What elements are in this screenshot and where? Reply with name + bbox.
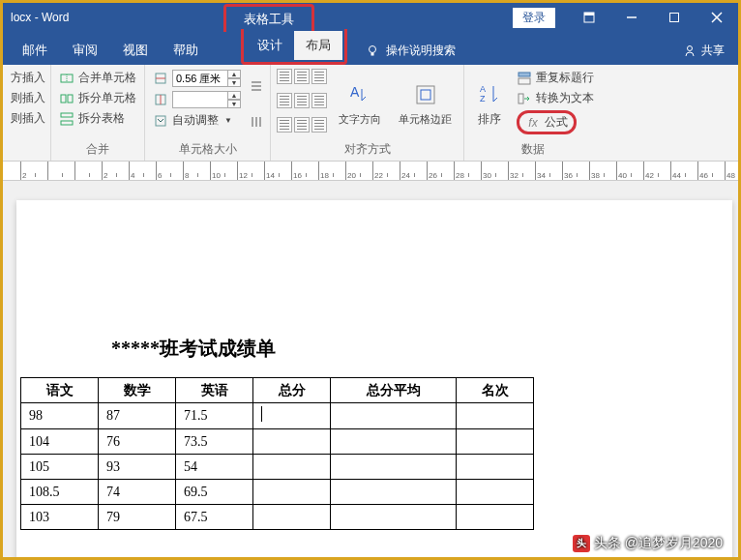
table-cell[interactable]: 104 [21,429,99,455]
table-cell[interactable] [253,403,331,429]
table-row[interactable]: 1059354 [21,455,534,480]
minimize-icon[interactable] [610,3,653,32]
repeat-header-button[interactable]: 重复标题行 [515,69,596,87]
align-bl[interactable] [277,117,292,133]
insert-above-button[interactable]: 方插入 [9,69,47,87]
table-header-cell[interactable]: 名次 [457,378,534,403]
table-cell[interactable]: 93 [99,455,176,480]
row-height-item[interactable]: ▲▼ [151,69,243,88]
table-cell[interactable]: 73.5 [176,429,253,455]
table-cell[interactable] [457,455,534,480]
score-table[interactable]: 语文数学英语总分总分平均名次 988771.51047673.510593541… [20,377,534,530]
spin-down[interactable]: ▼ [227,100,241,108]
share-button[interactable]: 共享 [668,37,738,65]
table-cell[interactable] [253,480,331,505]
tab-layout[interactable]: 布局 [294,31,342,60]
distribute-rows-button[interactable] [249,78,264,94]
page[interactable]: *****班考试成绩单 语文数学英语总分总分平均名次 988771.510476… [16,200,732,560]
table-header-cell[interactable]: 总分 [253,378,331,403]
spin-up[interactable]: ▲ [227,70,241,78]
align-tl[interactable] [277,69,292,84]
align-mc[interactable] [294,93,310,108]
auto-adjust-button[interactable]: 自动调整▼ [151,111,243,130]
table-cell[interactable] [331,403,457,429]
table-header-row[interactable]: 语文数学英语总分总分平均名次 [21,378,534,403]
text-direction-button[interactable]: A 文字方向 [333,69,387,139]
align-mr[interactable] [311,93,327,108]
table-cell[interactable]: 69.5 [176,480,253,505]
table-cell[interactable]: 105 [21,455,99,480]
table-cell[interactable] [457,403,534,429]
table-header-cell[interactable]: 总分平均 [331,378,457,403]
table-header-cell[interactable]: 英语 [176,378,253,403]
table-cell[interactable]: 67.5 [176,505,253,530]
table-row[interactable]: 1047673.5 [21,429,534,455]
table-row[interactable]: 108.57469.5 [21,480,534,505]
align-ml[interactable] [277,93,292,108]
maximize-icon[interactable] [653,3,696,32]
table-cell[interactable] [331,429,457,455]
distribute-cols-button[interactable] [249,114,264,130]
ruler-tick: 32 [508,162,535,181]
svg-rect-32 [519,78,530,84]
tell-me-search[interactable]: 操作说明搜索 [365,43,456,65]
ribbon-options-icon[interactable] [568,3,610,32]
table-row[interactable]: 1037967.5 [21,505,534,530]
table-cell[interactable]: 71.5 [176,403,253,429]
table-cell[interactable] [253,455,331,480]
table-row[interactable]: 988771.5 [21,403,534,429]
align-bc[interactable] [294,117,310,133]
row-height-input[interactable] [172,70,228,87]
ruler-tick: 38 [589,162,616,181]
tab-mail[interactable]: 邮件 [11,36,59,65]
table-cell[interactable] [457,429,534,455]
col-width-spinner[interactable]: ▲▼ [172,91,241,108]
insert-below-button[interactable]: 则插入 [9,89,47,107]
table-cell[interactable]: 54 [176,455,253,480]
spin-down[interactable]: ▼ [227,78,241,87]
login-button[interactable]: 登录 [512,7,556,29]
table-header-cell[interactable]: 语文 [21,378,99,403]
formula-button[interactable]: fx 公式 [515,109,596,135]
col-width-input[interactable] [172,91,228,108]
col-width-item[interactable]: ▲▼ [151,90,243,109]
horizontal-ruler[interactable]: 2246810121416182022242628303234363840424… [3,162,738,181]
document-title[interactable]: *****班考试成绩单 [16,336,732,362]
table-cell[interactable]: 79 [99,505,176,530]
table-cell[interactable] [457,505,534,530]
svg-text:A: A [480,84,486,94]
table-cell[interactable]: 108.5 [21,480,99,505]
tab-help[interactable]: 帮助 [162,36,210,65]
table-body[interactable]: 988771.51047673.51059354108.57469.510379… [21,403,534,530]
tab-view[interactable]: 视图 [111,36,160,65]
table-cell[interactable] [457,480,534,505]
align-tr[interactable] [311,69,327,84]
insert-left-button[interactable]: 则插入 [9,109,47,128]
table-cell[interactable]: 74 [99,480,176,505]
table-cell[interactable] [253,429,331,455]
tab-review[interactable]: 审阅 [61,36,109,65]
sort-button[interactable]: AZ 排序 [470,69,509,139]
table-cell[interactable] [331,505,457,530]
split-table-button[interactable]: 拆分表格 [57,109,138,128]
align-tc[interactable] [294,69,310,84]
svg-rect-7 [371,52,374,55]
spin-up[interactable]: ▲ [227,91,241,100]
table-cell[interactable]: 76 [99,429,176,455]
cell-margins-button[interactable]: 单元格边距 [393,69,458,139]
tab-design[interactable]: 设计 [246,31,294,60]
split-cells-button[interactable]: 拆分单元格 [57,89,138,107]
table-cell[interactable] [331,455,457,480]
table-cell[interactable]: 87 [99,403,176,429]
table-cell[interactable]: 103 [21,505,99,530]
table-header-cell[interactable]: 数学 [99,378,176,403]
merge-cells-button[interactable]: 合并单元格 [57,69,138,87]
align-br[interactable] [311,117,327,133]
close-icon[interactable] [696,3,738,32]
table-cell[interactable]: 98 [21,403,99,429]
lightbulb-icon [365,44,380,59]
table-cell[interactable] [331,480,457,505]
convert-to-text-button[interactable]: 转换为文本 [515,89,596,107]
table-cell[interactable] [253,505,331,530]
row-height-spinner[interactable]: ▲▼ [172,70,241,87]
